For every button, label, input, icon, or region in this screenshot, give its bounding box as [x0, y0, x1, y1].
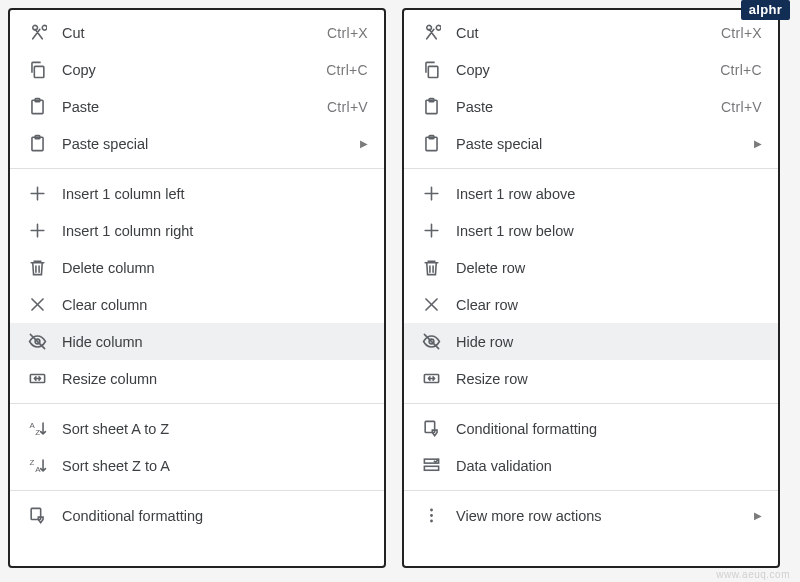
menu-item-insert-row-above[interactable]: Insert 1 row above: [404, 175, 778, 212]
menu-item-paste-special[interactable]: Paste special ▶: [10, 125, 384, 162]
resize-icon: [420, 368, 442, 390]
menu-item-cut[interactable]: Cut Ctrl+X: [10, 14, 384, 51]
menu-item-delete-row[interactable]: Delete row: [404, 249, 778, 286]
menu-item-clear-row[interactable]: Clear row: [404, 286, 778, 323]
menu-item-label: Conditional formatting: [456, 421, 762, 437]
menu-item-label: Data validation: [456, 458, 762, 474]
menu-item-shortcut: Ctrl+V: [327, 99, 368, 115]
paste-icon: [26, 133, 48, 155]
more-icon: [420, 505, 442, 527]
sort-za-icon: [26, 455, 48, 477]
menu-item-paste-special[interactable]: Paste special ▶: [404, 125, 778, 162]
menu-item-hide-row[interactable]: Hide row: [404, 323, 778, 360]
x-icon: [26, 294, 48, 316]
menu-item-label: Insert 1 column right: [62, 223, 368, 239]
plus-icon: [26, 183, 48, 205]
plus-icon: [26, 220, 48, 242]
menu-separator: [404, 168, 778, 169]
menu-item-label: View more row actions: [456, 508, 754, 524]
menu-item-label: Insert 1 row below: [456, 223, 762, 239]
sort-az-icon: [26, 418, 48, 440]
menu-item-label: Sort sheet Z to A: [62, 458, 368, 474]
cut-icon: [26, 22, 48, 44]
menu-item-sort-az[interactable]: Sort sheet A to Z: [10, 410, 384, 447]
conditional-format-icon: [26, 505, 48, 527]
menu-item-shortcut: Ctrl+C: [720, 62, 762, 78]
menu-separator: [404, 490, 778, 491]
copy-icon: [26, 59, 48, 81]
menu-item-delete-column[interactable]: Delete column: [10, 249, 384, 286]
menu-item-conditional-formatting[interactable]: Conditional formatting: [404, 410, 778, 447]
menu-item-shortcut: Ctrl+X: [327, 25, 368, 41]
paste-icon: [26, 96, 48, 118]
menu-item-label: Insert 1 row above: [456, 186, 762, 202]
conditional-format-icon: [420, 418, 442, 440]
menu-item-copy[interactable]: Copy Ctrl+C: [404, 51, 778, 88]
menu-item-data-validation[interactable]: Data validation: [404, 447, 778, 484]
menu-item-label: Resize row: [456, 371, 762, 387]
menu-separator: [10, 490, 384, 491]
row-context-menu: Cut Ctrl+X Copy Ctrl+C Paste Ctrl+V Past…: [402, 8, 780, 568]
trash-icon: [420, 257, 442, 279]
menu-item-label: Paste: [456, 99, 721, 115]
menu-item-resize-row[interactable]: Resize row: [404, 360, 778, 397]
menu-item-clear-column[interactable]: Clear column: [10, 286, 384, 323]
menu-item-sort-za[interactable]: Sort sheet Z to A: [10, 447, 384, 484]
menu-item-label: Delete column: [62, 260, 368, 276]
submenu-arrow-icon: ▶: [754, 510, 762, 521]
menu-item-label: Copy: [62, 62, 326, 78]
menu-item-paste[interactable]: Paste Ctrl+V: [10, 88, 384, 125]
menu-item-insert-column-right[interactable]: Insert 1 column right: [10, 212, 384, 249]
menu-item-label: Cut: [456, 25, 721, 41]
menu-item-label: Copy: [456, 62, 720, 78]
menu-item-hide-column[interactable]: Hide column: [10, 323, 384, 360]
hide-icon: [420, 331, 442, 353]
menu-item-label: Cut: [62, 25, 327, 41]
submenu-arrow-icon: ▶: [360, 138, 368, 149]
column-context-menu: Cut Ctrl+X Copy Ctrl+C Paste Ctrl+V Past…: [8, 8, 386, 568]
menu-item-label: Paste special: [62, 136, 360, 152]
watermark: www.aeuq.com: [716, 569, 790, 580]
menu-separator: [10, 403, 384, 404]
menu-item-label: Paste special: [456, 136, 754, 152]
menu-item-conditional-formatting[interactable]: Conditional formatting: [10, 497, 384, 534]
menu-item-insert-column-left[interactable]: Insert 1 column left: [10, 175, 384, 212]
menu-item-cut[interactable]: Cut Ctrl+X: [404, 14, 778, 51]
menu-item-copy[interactable]: Copy Ctrl+C: [10, 51, 384, 88]
menu-item-label: Clear row: [456, 297, 762, 313]
menu-item-label: Hide row: [456, 334, 762, 350]
trash-icon: [26, 257, 48, 279]
plus-icon: [420, 183, 442, 205]
menu-item-insert-row-below[interactable]: Insert 1 row below: [404, 212, 778, 249]
menu-item-shortcut: Ctrl+X: [721, 25, 762, 41]
menu-item-paste[interactable]: Paste Ctrl+V: [404, 88, 778, 125]
resize-icon: [26, 368, 48, 390]
menu-item-resize-column[interactable]: Resize column: [10, 360, 384, 397]
menu-item-label: Delete row: [456, 260, 762, 276]
paste-icon: [420, 133, 442, 155]
x-icon: [420, 294, 442, 316]
brand-badge: alphr: [741, 0, 790, 20]
menu-item-label: Paste: [62, 99, 327, 115]
menu-item-label: Insert 1 column left: [62, 186, 368, 202]
hide-icon: [26, 331, 48, 353]
submenu-arrow-icon: ▶: [754, 138, 762, 149]
menu-item-more-row-actions[interactable]: View more row actions ▶: [404, 497, 778, 534]
menu-item-label: Sort sheet A to Z: [62, 421, 368, 437]
menu-item-shortcut: Ctrl+C: [326, 62, 368, 78]
menu-item-label: Resize column: [62, 371, 368, 387]
menu-item-label: Conditional formatting: [62, 508, 368, 524]
menu-item-label: Clear column: [62, 297, 368, 313]
data-validation-icon: [420, 455, 442, 477]
menu-item-label: Hide column: [62, 334, 368, 350]
paste-icon: [420, 96, 442, 118]
menu-item-shortcut: Ctrl+V: [721, 99, 762, 115]
plus-icon: [420, 220, 442, 242]
menu-separator: [404, 403, 778, 404]
menu-separator: [10, 168, 384, 169]
copy-icon: [420, 59, 442, 81]
cut-icon: [420, 22, 442, 44]
